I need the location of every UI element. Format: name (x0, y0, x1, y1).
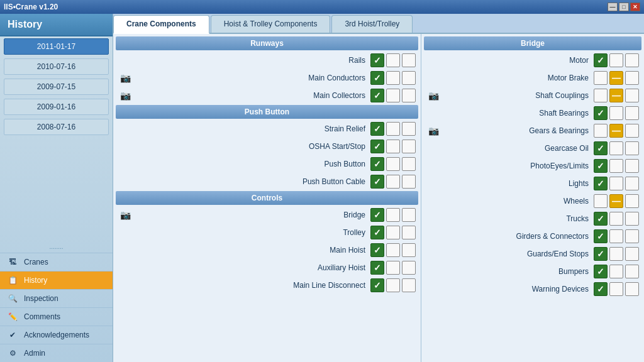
motor-brake-cb2[interactable] (609, 71, 623, 85)
main-line-disconnect-cb3[interactable] (402, 278, 416, 292)
runway-rails-cb3[interactable] (402, 53, 416, 67)
gears-bearings-cb1[interactable] (594, 124, 608, 138)
warning-devices-cb3[interactable] (625, 282, 639, 296)
girders-connectors-cb1[interactable] (594, 229, 608, 243)
strain-relief-cb3[interactable] (402, 122, 416, 136)
bumpers-cb2[interactable] (609, 265, 623, 278)
history-item-0[interactable]: 2011-01-17 (4, 38, 109, 55)
tab-crane-components[interactable]: Crane Components (113, 15, 209, 34)
wheels-cb2[interactable] (609, 194, 623, 208)
photoeyes-limits-cb3[interactable] (625, 159, 639, 173)
main-line-disconnect-cb1[interactable] (370, 278, 384, 292)
warning-devices-cb2[interactable] (609, 282, 623, 296)
shaft-bearings-cb3[interactable] (625, 106, 639, 120)
strain-relief-cb1[interactable] (370, 122, 384, 136)
gears-bearings-cb3[interactable] (625, 124, 639, 138)
maximize-button[interactable]: □ (619, 3, 629, 11)
history-item-4[interactable]: 2008-07-16 (4, 119, 109, 135)
main-conductors-cb1[interactable] (370, 71, 384, 85)
bridge-motor-cb3[interactable] (625, 53, 639, 67)
guards-end-stops-cb3[interactable] (625, 247, 639, 261)
trucks-cb2[interactable] (609, 212, 623, 226)
nav-item-history[interactable]: 📋 History (0, 271, 113, 289)
lights-cb2[interactable] (609, 177, 623, 190)
bridge-motor-cb2[interactable] (609, 53, 623, 67)
runway-rails-cb2[interactable] (386, 53, 400, 67)
controls-bridge-camera-icon[interactable]: 📷 (118, 210, 132, 220)
bridge-motor-cb1[interactable] (594, 53, 608, 67)
main-collectors-cb3[interactable] (402, 89, 416, 102)
shaft-couplings-cb1[interactable] (594, 89, 608, 102)
shaft-bearings-cb2[interactable] (609, 106, 623, 120)
shaft-couplings-camera-icon[interactable]: 📷 (426, 90, 440, 101)
osha-start-stop-cb2[interactable] (386, 140, 400, 153)
main-conductors-camera-icon[interactable]: 📷 (118, 73, 132, 83)
strain-relief-cb2[interactable] (386, 122, 400, 136)
lights-cb1[interactable] (594, 177, 608, 190)
gears-bearings-camera-icon[interactable]: 📷 (426, 126, 440, 136)
history-item-2[interactable]: 2009-07-15 (4, 79, 109, 95)
guards-end-stops-cb2[interactable] (609, 247, 623, 261)
aux-hoist-cb2[interactable] (386, 261, 400, 275)
controls-bridge-cb2[interactable] (386, 208, 400, 222)
main-collectors-cb2[interactable] (386, 89, 400, 102)
wheels-cb3[interactable] (625, 194, 639, 208)
close-button[interactable]: ✕ (630, 3, 640, 11)
main-hoist-cb2[interactable] (386, 243, 400, 257)
trucks-cb1[interactable] (594, 212, 608, 226)
main-collectors-camera-icon[interactable]: 📷 (118, 90, 132, 101)
history-item-1[interactable]: 2010-07-16 (4, 58, 109, 75)
push-button-cable-cb1[interactable] (370, 175, 384, 189)
controls-bridge-cb1[interactable] (370, 208, 384, 222)
tab-hoist-trolley[interactable]: Hoist & Trolley Components (211, 15, 331, 33)
photoeyes-limits-cb1[interactable] (594, 159, 608, 173)
push-button-cable-cb3[interactable] (402, 175, 416, 189)
bumpers-cb1[interactable] (594, 265, 608, 278)
main-hoist-cb3[interactable] (402, 243, 416, 257)
push-button-cable-cb2[interactable] (386, 175, 400, 189)
wheels-cb1[interactable] (594, 194, 608, 208)
lights-cb3[interactable] (625, 177, 639, 190)
aux-hoist-cb3[interactable] (402, 261, 416, 275)
gearcase-oil-cb1[interactable] (594, 141, 608, 155)
main-hoist-cb1[interactable] (370, 243, 384, 257)
photoeyes-limits-cb2[interactable] (609, 159, 623, 173)
osha-start-stop-cb3[interactable] (402, 140, 416, 153)
gearcase-oil-cb3[interactable] (625, 141, 639, 155)
guards-end-stops-cb1[interactable] (594, 247, 608, 261)
runway-rails-cb1[interactable] (370, 53, 384, 67)
controls-trolley-cb1[interactable] (370, 226, 384, 239)
nav-item-acknowledgements[interactable]: ✔ Acknowledgements (0, 326, 113, 344)
shaft-bearings-cb1[interactable] (594, 106, 608, 120)
controls-trolley-cb2[interactable] (386, 226, 400, 239)
tab-3rd-hoist[interactable]: 3rd Hoist/Trolley (331, 15, 413, 33)
push-button-cb1[interactable] (370, 157, 384, 171)
shaft-couplings-cb3[interactable] (625, 89, 639, 102)
minimize-button[interactable]: — (608, 3, 618, 11)
osha-start-stop-cb1[interactable] (370, 140, 384, 153)
girders-connectors-cb2[interactable] (609, 229, 623, 243)
bumpers-cb3[interactable] (625, 265, 639, 278)
nav-item-comments[interactable]: ✏️ Comments (0, 307, 113, 326)
nav-item-inspection[interactable]: 🔍 Inspection (0, 289, 113, 307)
motor-brake-cb3[interactable] (625, 71, 639, 85)
push-button-cb3[interactable] (402, 157, 416, 171)
shaft-couplings-cb2[interactable] (609, 89, 623, 102)
history-item-3[interactable]: 2009-01-16 (4, 99, 109, 115)
aux-hoist-cb1[interactable] (370, 261, 384, 275)
girders-connectors-cb3[interactable] (625, 229, 639, 243)
gears-bearings-cb2[interactable] (609, 124, 623, 138)
main-conductors-cb2[interactable] (386, 71, 400, 85)
main-collectors-cb1[interactable] (370, 89, 384, 102)
nav-item-cranes[interactable]: 🏗 Cranes (0, 253, 113, 271)
trucks-cb3[interactable] (625, 212, 639, 226)
gearcase-oil-cb2[interactable] (609, 141, 623, 155)
motor-brake-cb1[interactable] (594, 71, 608, 85)
controls-bridge-cb3[interactable] (402, 208, 416, 222)
push-button-cb2[interactable] (386, 157, 400, 171)
controls-trolley-cb3[interactable] (402, 226, 416, 239)
nav-item-admin[interactable]: ⚙ Admin (0, 344, 113, 362)
main-line-disconnect-cb2[interactable] (386, 278, 400, 292)
main-conductors-cb3[interactable] (402, 71, 416, 85)
warning-devices-cb1[interactable] (594, 282, 608, 296)
